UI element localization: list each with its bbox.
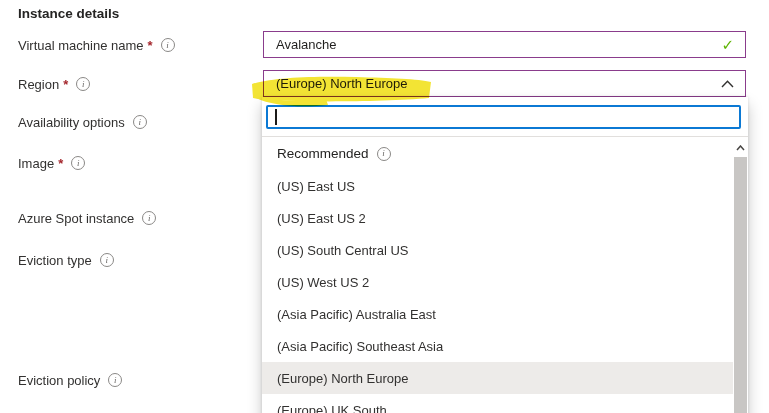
vm-name-field[interactable]: ✓ — [263, 31, 746, 58]
chevron-up-icon — [721, 80, 745, 88]
label-availability-options: Availability options i — [18, 114, 147, 130]
option-west-us-2[interactable]: (US) West US 2 — [262, 266, 733, 298]
instance-details-form: { "section": { "title": "Instance detail… — [0, 0, 769, 413]
label-text: Virtual machine name — [18, 38, 144, 53]
region-selected-value: (Europe) North Europe — [264, 76, 721, 91]
option-australia-east[interactable]: (Asia Pacific) Australia East — [262, 298, 733, 330]
option-north-europe[interactable]: (Europe) North Europe — [262, 362, 733, 394]
label-azure-spot-instance: Azure Spot instance i — [18, 210, 156, 226]
label-region: Region* i — [18, 76, 90, 92]
info-icon[interactable]: i — [71, 156, 85, 170]
info-icon[interactable]: i — [100, 253, 114, 267]
scrollbar-thumb[interactable] — [734, 157, 747, 413]
region-dropdown-panel: Recommended i (US) East US (US) East US … — [262, 97, 748, 413]
valid-check-icon: ✓ — [721, 37, 745, 52]
vm-name-input[interactable] — [264, 32, 721, 57]
label-text: Eviction policy — [18, 373, 100, 388]
label-eviction-policy: Eviction policy i — [18, 372, 122, 388]
option-east-us-2[interactable]: (US) East US 2 — [262, 202, 733, 234]
section-title: Instance details — [18, 6, 119, 21]
info-icon[interactable]: i — [161, 38, 175, 52]
info-icon[interactable]: i — [76, 77, 90, 91]
option-southeast-asia[interactable]: (Asia Pacific) Southeast Asia — [262, 330, 733, 362]
required-marker: * — [63, 77, 68, 92]
label-text: Image — [18, 156, 54, 171]
region-options-list: Recommended i (US) East US (US) East US … — [262, 137, 748, 413]
label-image: Image* i — [18, 155, 85, 171]
label-virtual-machine-name: Virtual machine name* i — [18, 37, 175, 53]
label-text: Azure Spot instance — [18, 211, 134, 226]
info-icon[interactable]: i — [377, 147, 391, 161]
required-marker: * — [58, 156, 63, 171]
label-eviction-type: Eviction type i — [18, 252, 114, 268]
option-uk-south[interactable]: (Europe) UK South — [262, 394, 733, 413]
region-search-input[interactable] — [266, 105, 741, 129]
dropdown-search-area — [262, 97, 748, 137]
scroll-up-arrow-icon[interactable] — [733, 140, 748, 156]
label-text: Region — [18, 77, 59, 92]
dropdown-scrollbar[interactable] — [733, 140, 748, 413]
required-marker: * — [148, 38, 153, 53]
info-icon[interactable]: i — [142, 211, 156, 225]
group-header-recommended: Recommended i — [262, 137, 748, 170]
region-combobox[interactable]: (Europe) North Europe — [263, 70, 746, 97]
label-text: Availability options — [18, 115, 125, 130]
option-south-central-us[interactable]: (US) South Central US — [262, 234, 733, 266]
info-icon[interactable]: i — [133, 115, 147, 129]
option-east-us[interactable]: (US) East US — [262, 170, 733, 202]
info-icon[interactable]: i — [108, 373, 122, 387]
label-text: Eviction type — [18, 253, 92, 268]
group-header-text: Recommended — [277, 146, 369, 161]
